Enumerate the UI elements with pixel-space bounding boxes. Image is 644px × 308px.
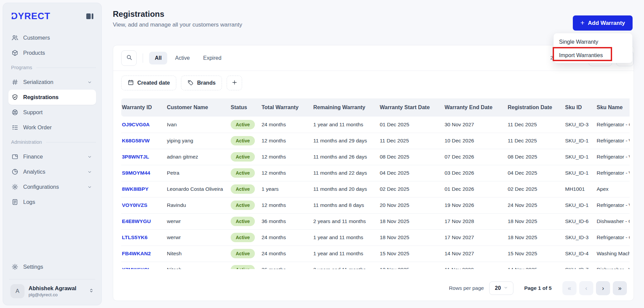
cell-remaining-warranty: 1 year and 11 months bbox=[313, 117, 379, 133]
warranty-id-link[interactable]: K68G58VW bbox=[122, 138, 150, 143]
cell-remaining-warranty: 1 year and 11 months bbox=[313, 229, 379, 246]
cell-registration-date: 08 Dec 2025 bbox=[507, 149, 564, 165]
cell-customer-name: werwr bbox=[166, 213, 230, 229]
add-warranty-button[interactable]: + Add Warranty bbox=[573, 15, 633, 31]
profile-name: Abhishek Agrawal bbox=[29, 285, 85, 292]
sidebar-item-label: Settings bbox=[23, 264, 93, 270]
cell-warranty-id: OJ9CVG0A bbox=[121, 117, 166, 133]
warranty-id-link[interactable]: FB4WKAN2 bbox=[122, 251, 151, 256]
sidebar-item-registrations[interactable]: Registrations bbox=[8, 90, 96, 105]
brands-filter[interactable]: Brands bbox=[181, 76, 222, 90]
table-row[interactable]: E4E8WYGU werwr Active 36 months 2 years … bbox=[121, 213, 630, 229]
table-row[interactable]: VOY0IVZS Ravindu Active 12 months 11 mon… bbox=[121, 197, 630, 213]
cell-sku-id: MH1001 bbox=[564, 181, 596, 197]
cell-customer-name: yiping yang bbox=[166, 133, 230, 149]
sidebar-item-products[interactable]: Products bbox=[8, 45, 96, 60]
cell-remaining-warranty: 11 months and 26 days bbox=[313, 149, 379, 165]
sidebar-item-logs[interactable]: Logs bbox=[8, 194, 96, 210]
sidebar-item-work-order[interactable]: Work Order bbox=[8, 120, 96, 135]
created-date-filter[interactable]: Created date bbox=[121, 76, 176, 90]
cell-registration-date: 18 Nov 2025 bbox=[507, 213, 564, 229]
sidebar-item-configurations[interactable]: Configurations bbox=[8, 179, 96, 194]
sidebar-item-customers[interactable]: Customers bbox=[8, 30, 96, 45]
sidebar-item-support[interactable]: Support bbox=[8, 105, 96, 120]
table-row[interactable]: 3P8WNTJL adnan gitmez Active 12 months 1… bbox=[121, 149, 630, 165]
warranty-id-link[interactable]: OJ9CVG0A bbox=[122, 122, 150, 127]
warranty-id-link[interactable]: 3P8WNTJL bbox=[122, 154, 149, 160]
cell-registration-date: 24 Nov 2025 bbox=[507, 197, 564, 213]
warranty-id-link[interactable]: E4E8WYGU bbox=[122, 218, 151, 224]
sidebar-section-administration: Administration bbox=[8, 135, 96, 149]
sidebar-item-serialization[interactable]: Serialization bbox=[8, 75, 96, 90]
add-filter-button[interactable] bbox=[227, 76, 242, 90]
user-profile[interactable]: A Abhishek Agrawal plg@dyrect.co bbox=[8, 283, 96, 299]
previous-page-button[interactable]: ‹ bbox=[579, 281, 593, 295]
warranty-id-link[interactable]: VOY0IVZS bbox=[122, 202, 147, 208]
brand-logo[interactable]: DYRECT bbox=[11, 11, 50, 21]
sidebar-item-analytics[interactable]: Analytics bbox=[8, 164, 96, 179]
table-row[interactable]: S9MOYM44 Petra Active 12 months 11 month… bbox=[121, 165, 630, 181]
filter-row: Created date Brands bbox=[113, 71, 634, 98]
table-row[interactable]: FB4WKAN2 Nitesh Active 24 months 1 year … bbox=[121, 246, 630, 262]
table-row[interactable]: K68G58VW yiping yang Active 12 months 11… bbox=[121, 133, 630, 149]
table-row[interactable]: X7MW6YCI Nitesh Active 36 months 2 years… bbox=[121, 262, 630, 269]
cell-remaining-warranty: 11 months and 22 days bbox=[313, 165, 379, 181]
menu-item-single-warranty[interactable]: Single Warranty bbox=[554, 35, 632, 48]
tab-expired[interactable]: Expired bbox=[197, 52, 227, 64]
cell-warranty-start: 01 Dec 2025 bbox=[379, 117, 444, 133]
cell-remaining-warranty: 11 months and 8 days bbox=[313, 197, 379, 213]
sidebar-item-label: Finance bbox=[23, 153, 83, 160]
table-row[interactable]: 8WK8IBPY Leonardo Costa Oliveira Active … bbox=[121, 181, 630, 197]
status-badge: Active bbox=[231, 249, 255, 258]
registrations-table: Warranty ID Customer Name Status Total W… bbox=[121, 98, 630, 269]
table-row[interactable]: OJ9CVG0A Ivan Active 24 months 1 year an… bbox=[121, 117, 630, 133]
cell-total-warranty: 24 months bbox=[261, 117, 313, 133]
chevrons-up-down-icon bbox=[89, 288, 94, 295]
warranty-id-link[interactable]: X7MW6YCI bbox=[122, 267, 149, 269]
cell-sku-id: SKU_ID-6 bbox=[564, 213, 596, 229]
warranty-id-link[interactable]: S9MOYM44 bbox=[122, 170, 150, 176]
table-body: OJ9CVG0A Ivan Active 24 months 1 year an… bbox=[121, 117, 630, 269]
sidebar-collapse-icon[interactable] bbox=[86, 13, 94, 20]
next-page-button[interactable]: › bbox=[596, 281, 610, 295]
cell-customer-name: adnan gitmez bbox=[166, 149, 230, 165]
page-title: Registrations bbox=[113, 9, 242, 19]
cell-warranty-end: 11 Nov 2028 bbox=[444, 262, 507, 269]
lifebuoy-icon bbox=[11, 109, 18, 116]
cell-total-warranty: 12 months bbox=[261, 197, 313, 213]
first-page-button[interactable]: « bbox=[562, 281, 577, 295]
cell-total-warranty: 1 years bbox=[261, 181, 313, 197]
rows-per-page-select[interactable]: 20 bbox=[489, 281, 513, 295]
cell-customer-name: Ivan bbox=[166, 117, 230, 133]
cell-registration-date: 11 Dec 2025 bbox=[507, 117, 564, 133]
warranty-id-link[interactable]: LTLS5YK6 bbox=[122, 234, 147, 240]
tab-active[interactable]: Active bbox=[169, 52, 195, 64]
sidebar-item-settings[interactable]: Settings bbox=[8, 259, 96, 274]
cell-status: Active bbox=[230, 117, 261, 133]
cell-total-warranty: 12 months bbox=[261, 149, 313, 165]
cell-warranty-id: LTLS5YK6 bbox=[121, 229, 166, 246]
cell-customer-name: Nitesh bbox=[166, 262, 230, 269]
cell-warranty-end: 17 Nov 2027 bbox=[444, 229, 507, 246]
cell-status: Active bbox=[230, 246, 261, 262]
search-button[interactable] bbox=[121, 50, 137, 66]
cell-warranty-id: S9MOYM44 bbox=[121, 165, 166, 181]
tab-all[interactable]: All bbox=[149, 52, 167, 64]
cell-sku-id: SKU_ID-7 bbox=[564, 262, 596, 269]
table-row[interactable]: LTLS5YK6 werwr Active 24 months 1 year a… bbox=[121, 229, 630, 246]
cell-warranty-id: 3P8WNTJL bbox=[121, 149, 166, 165]
warranty-id-link[interactable]: 8WK8IBPY bbox=[122, 186, 148, 192]
cell-registration-date: 04 Dec 2025 bbox=[507, 165, 564, 181]
chevron-down-icon bbox=[87, 154, 93, 160]
last-page-button[interactable]: » bbox=[613, 281, 627, 295]
sidebar-item-finance[interactable]: Finance bbox=[8, 149, 96, 164]
results-count-partial: 2 bbox=[550, 55, 553, 61]
cell-remaining-warranty: 2 years and 11 months bbox=[313, 213, 379, 229]
toolbar-divider bbox=[143, 53, 143, 63]
cell-warranty-id: E4E8WYGU bbox=[121, 213, 166, 229]
cell-warranty-start: 20 Nov 2025 bbox=[379, 197, 444, 213]
cell-warranty-start: 18 Nov 2025 bbox=[379, 213, 444, 229]
menu-item-import-warranties[interactable]: Import Warranties bbox=[554, 48, 632, 62]
document-icon bbox=[11, 199, 18, 206]
cell-warranty-start: 12 Nov 2025 bbox=[379, 262, 444, 269]
